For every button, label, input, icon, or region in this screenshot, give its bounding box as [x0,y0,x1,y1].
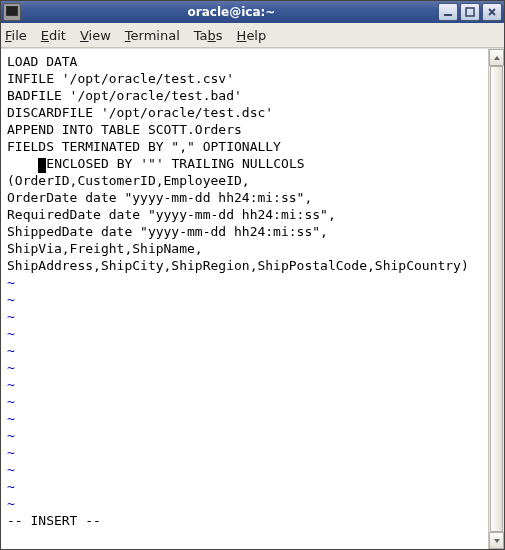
vim-tilde: ~ [7,393,484,410]
vim-tilde: ~ [7,410,484,427]
terminal-wrap: LOAD DATAINFILE '/opt/oracle/test.csv'BA… [1,48,504,549]
menubar: File Edit View Terminal Tabs Help [1,23,504,48]
menu-file[interactable]: File [5,28,27,43]
terminal-line: (OrderID,CustomerID,EmployeeID, [7,172,484,189]
window-title: oracle@ica:~ [25,5,438,19]
terminal-line: OrderDate date "yyyy-mm-dd hh24:mi:ss", [7,189,484,206]
terminal-line: APPEND INTO TABLE SCOTT.Orders [7,121,484,138]
maximize-button[interactable] [460,3,480,21]
terminal-line-cursor: ENCLOSED BY '"' TRAILING NULLCOLS [7,155,484,172]
vim-tilde: ~ [7,342,484,359]
svg-marker-4 [494,56,500,60]
menu-help[interactable]: Help [237,28,267,43]
close-icon [487,7,497,17]
menu-view[interactable]: View [80,28,111,43]
terminal-line: ShippedDate date "yyyy-mm-dd hh24:mi:ss"… [7,223,484,240]
terminal-line: BADFILE '/opt/oracle/test.bad' [7,87,484,104]
terminal-line: RequiredDate date "yyyy-mm-dd hh24:mi:ss… [7,206,484,223]
svg-marker-5 [494,539,500,543]
scroll-up-button[interactable] [489,49,504,66]
vim-status-line: -- INSERT -- [7,512,484,529]
terminal-line: FIELDS TERMINATED BY "," OPTIONALLY [7,138,484,155]
terminal[interactable]: LOAD DATAINFILE '/opt/oracle/test.csv'BA… [1,49,488,549]
svg-rect-1 [466,8,474,16]
vim-tilde: ~ [7,325,484,342]
vim-tilde: ~ [7,495,484,512]
scrollbar-thumb[interactable] [490,66,503,532]
terminal-line: LOAD DATA [7,53,484,70]
cursor-prefix [7,156,38,171]
vim-tilde: ~ [7,427,484,444]
svg-rect-0 [444,14,452,16]
menu-tabs[interactable]: Tabs [194,28,223,43]
cursor-suffix: ENCLOSED BY '"' TRAILING NULLCOLS [46,156,304,171]
scrollbar-track[interactable] [489,66,504,532]
terminal-line: INFILE '/opt/oracle/test.csv' [7,70,484,87]
minimize-button[interactable] [438,3,458,21]
chevron-up-icon [493,54,501,62]
close-button[interactable] [482,3,502,21]
terminal-line: DISCARDFILE '/opt/oracle/test.dsc' [7,104,484,121]
chevron-down-icon [493,537,501,545]
vim-tilde: ~ [7,461,484,478]
minimize-icon [443,7,453,17]
vim-tilde: ~ [7,274,484,291]
application-window: oracle@ica:~ File Edit View [0,0,505,550]
vertical-scrollbar[interactable] [488,49,504,549]
titlebar[interactable]: oracle@ica:~ [1,1,504,23]
terminal-line: ShipAddress,ShipCity,ShipRegion,ShipPost… [7,257,484,274]
menu-terminal[interactable]: Terminal [125,28,180,43]
vim-tilde: ~ [7,376,484,393]
maximize-icon [465,7,475,17]
menu-edit[interactable]: Edit [41,28,66,43]
terminal-line: ShipVia,Freight,ShipName, [7,240,484,257]
vim-tilde: ~ [7,478,484,495]
vim-tilde: ~ [7,359,484,376]
window-buttons [438,3,502,21]
terminal-icon [3,3,21,21]
vim-tilde: ~ [7,308,484,325]
scroll-down-button[interactable] [489,532,504,549]
vim-tilde: ~ [7,291,484,308]
vim-tilde: ~ [7,444,484,461]
